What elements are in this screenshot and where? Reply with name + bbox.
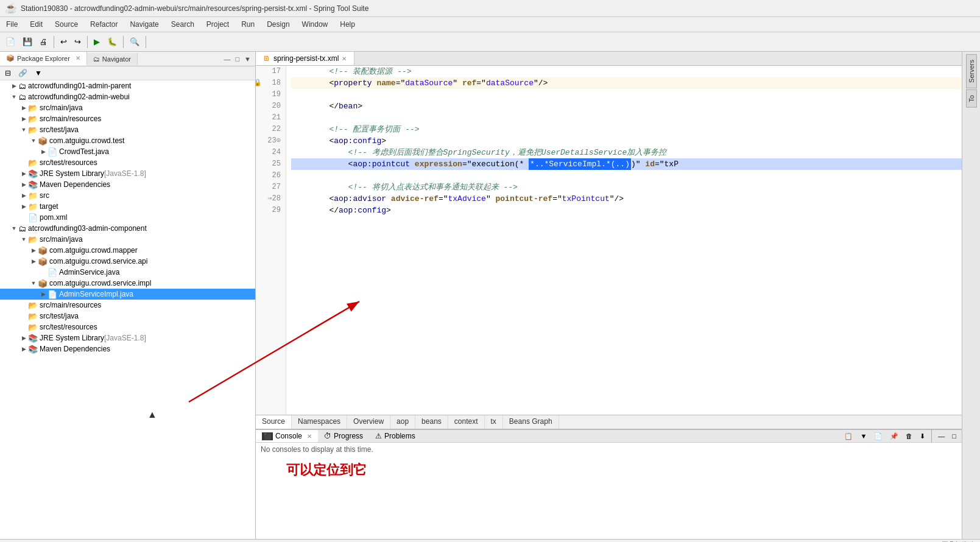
console-tab-problems[interactable]: ⚠ Problems bbox=[369, 430, 421, 442]
bottom-tab-source[interactable]: Source bbox=[256, 415, 292, 429]
tree-view[interactable]: ▶ 🗂 atcrowdfunding01-admin-parent ▼ 🗂 at… bbox=[0, 80, 255, 539]
menu-design[interactable]: Design bbox=[261, 18, 295, 30]
maximize-panel-btn[interactable]: □ bbox=[233, 55, 241, 63]
tree-item-src-test-resources[interactable]: 📂 src/test/resources bbox=[0, 157, 255, 168]
bottom-tab-beans-graph[interactable]: Beans Graph bbox=[503, 415, 559, 429]
menu-source[interactable]: Source bbox=[49, 18, 84, 30]
console-action-pin[interactable]: 📌 bbox=[887, 431, 901, 442]
tree-item-service-impl-pkg[interactable]: ▼ 📦 com.atguigu.crowd.service.impl bbox=[0, 278, 255, 289]
menu-run[interactable]: Run bbox=[235, 18, 261, 30]
bottom-tab-context[interactable]: context bbox=[448, 415, 485, 429]
console-tab-progress[interactable]: ⏱ Progress bbox=[318, 430, 369, 442]
sep1 bbox=[54, 36, 54, 48]
tree-item-comp-src-main-java[interactable]: ▼ 📂 src/main/java bbox=[0, 234, 255, 245]
menu-edit[interactable]: Edit bbox=[24, 18, 49, 30]
minimize-panel-btn[interactable]: — bbox=[222, 55, 232, 63]
tab-spring-persist-tx[interactable]: 🗎 spring-persist-tx.xml ✕ bbox=[256, 52, 354, 65]
debug-btn[interactable]: 🐛 bbox=[104, 35, 120, 48]
code-content[interactable]: <!-- 装配数据源 --> <property name="dataSourc… bbox=[286, 66, 962, 415]
print-btn[interactable]: 🖨 bbox=[37, 35, 51, 48]
servers-tab[interactable]: Servers bbox=[966, 54, 977, 88]
tree-item-project2[interactable]: ▼ 🗂 atcrowdfunding02-admin-webui bbox=[0, 91, 255, 102]
menu-help[interactable]: Help bbox=[334, 18, 361, 30]
line-num-24: 24 bbox=[261, 147, 281, 158]
run-btn[interactable]: ▶ bbox=[91, 35, 103, 48]
line-num-25: 25 bbox=[261, 158, 281, 170]
code-line-27: <!-- 将切入点表达式和事务通知关联起来 --> bbox=[291, 181, 962, 193]
search-toolbar-btn[interactable]: 🔍 bbox=[127, 35, 143, 48]
tree-item-src[interactable]: ▶ 📁 src bbox=[0, 190, 255, 201]
to-tab[interactable]: To bbox=[966, 90, 977, 108]
bottom-tab-aop[interactable]: aop bbox=[390, 415, 415, 429]
tree-item-mapper-pkg[interactable]: ▶ 📦 com.atguigu.crowd.mapper bbox=[0, 245, 255, 256]
tab-package-explorer-close[interactable]: ✕ bbox=[76, 55, 80, 62]
code-line-29: </aop:config> bbox=[291, 205, 962, 216]
tree-item-service-api-pkg[interactable]: ▶ 📦 com.atguigu.crowd.service.api bbox=[0, 256, 255, 267]
tree-item-project1[interactable]: ▶ 🗂 atcrowdfunding01-admin-parent bbox=[0, 80, 255, 91]
console-action-2[interactable]: ▼ bbox=[857, 431, 870, 442]
jre-lib-version: [JavaSE-1.8] bbox=[104, 169, 146, 178]
jre-lib-label: JRE System Library bbox=[40, 169, 104, 178]
console-tab-close[interactable]: ✕ bbox=[307, 433, 312, 440]
editor-tab-close-btn[interactable]: ✕ bbox=[342, 55, 347, 62]
menu-refactor[interactable]: Refactor bbox=[84, 18, 124, 30]
tree-item-src-main-resources[interactable]: ▶ 📂 src/main/resources bbox=[0, 113, 255, 124]
bottom-tab-overview[interactable]: Overview bbox=[347, 415, 390, 429]
console-minimize[interactable]: — bbox=[935, 431, 948, 442]
target-icon: 📁 bbox=[28, 202, 38, 211]
redo-btn[interactable]: ↪ bbox=[71, 35, 84, 48]
tree-item-crowd-test-pkg[interactable]: ▼ 📦 com.atguigu.crowd.test bbox=[0, 135, 255, 146]
line-num-22: 22 bbox=[261, 124, 281, 135]
view-menu-btn[interactable]: ▼ bbox=[242, 55, 253, 63]
tree-item-comp-src-test-resources[interactable]: 📂 src/test/resources bbox=[0, 322, 255, 333]
menu-navigate[interactable]: Navigate bbox=[124, 18, 164, 30]
tree-item-jre-lib[interactable]: ▶ 📚 JRE System Library [JavaSE-1.8] bbox=[0, 168, 255, 179]
text-20: </ bbox=[291, 100, 339, 112]
console-tab-console[interactable]: ⬛ Console ✕ bbox=[256, 430, 318, 442]
new-btn[interactable]: 📄 bbox=[2, 35, 18, 48]
undo-btn[interactable]: ↩ bbox=[57, 35, 70, 48]
menu-file[interactable]: File bbox=[0, 18, 24, 30]
link-editor-btn[interactable]: 🔗 bbox=[16, 68, 30, 79]
tree-item-adminserviceimpl-java[interactable]: ▶ 📄 AdminServiceImpl.java bbox=[0, 289, 255, 300]
xml-file-icon: 🗎 bbox=[263, 54, 270, 63]
tree-item-comp-jre-lib[interactable]: ▶ 📚 JRE System Library [JavaSE-1.8] bbox=[0, 333, 255, 343]
package-explorer-icon: 📦 bbox=[6, 54, 15, 62]
tab-navigator[interactable]: 🗂 Navigator bbox=[87, 53, 138, 65]
tree-toolbar: ⊟ 🔗 ▼ bbox=[0, 66, 255, 80]
console-action-3[interactable]: 📄 bbox=[871, 431, 886, 442]
menu-window[interactable]: Window bbox=[296, 18, 334, 30]
console-sep bbox=[931, 430, 932, 442]
tree-item-target[interactable]: ▶ 📁 target bbox=[0, 201, 255, 212]
menu-project[interactable]: Project bbox=[200, 18, 235, 30]
tree-item-maven-deps[interactable]: ▶ 📚 Maven Dependencies bbox=[0, 179, 255, 190]
console-action-scroll[interactable]: ⬇ bbox=[917, 431, 928, 442]
console-panel: ⬛ Console ✕ ⏱ Progress ⚠ Problems 📋 ▼ bbox=[256, 429, 962, 539]
tag-23: aop:config bbox=[334, 135, 381, 147]
code-editor[interactable]: 17 🔒18 19 20 21 22 23⊙ 24 25 26 27 ⇒28 bbox=[256, 66, 962, 415]
bottom-tab-beans[interactable]: beans bbox=[415, 415, 448, 429]
tree-item-project3[interactable]: ▼ 🗂 atcrowdfunding03-admin-component bbox=[0, 223, 255, 234]
collapse-all-btn[interactable]: ⊟ bbox=[2, 68, 13, 79]
tree-item-comp-maven-deps[interactable]: ▶ 📚 Maven Dependencies bbox=[0, 343, 255, 354]
bottom-tab-tx[interactable]: tx bbox=[485, 415, 503, 429]
bottom-tab-namespaces[interactable]: Namespaces bbox=[292, 415, 347, 429]
tree-item-comp-src-test-java[interactable]: 📂 src/test/java bbox=[0, 311, 255, 322]
save-btn[interactable]: 💾 bbox=[19, 35, 35, 48]
line-num-17: 17 bbox=[261, 66, 281, 77]
line-num-23: 23⊙ bbox=[261, 135, 281, 147]
tree-item-src-test-java[interactable]: ▼ 📂 src/test/java bbox=[0, 124, 255, 135]
tree-item-comp-src-main-resources[interactable]: 📂 src/main/resources bbox=[0, 300, 255, 311]
src-test-java-label: src/test/java bbox=[40, 125, 79, 134]
tree-item-pom[interactable]: 📄 pom.xml bbox=[0, 212, 255, 223]
tree-menu-btn[interactable]: ▼ bbox=[32, 68, 44, 79]
tree-item-src-main-java[interactable]: ▶ 📂 src/main/java bbox=[0, 102, 255, 113]
tab-package-explorer[interactable]: 📦 Package Explorer ✕ bbox=[0, 52, 87, 66]
comp-jre-icon: 📚 bbox=[28, 334, 38, 343]
console-action-1[interactable]: 📋 bbox=[841, 431, 856, 442]
console-maximize[interactable]: □ bbox=[949, 431, 959, 442]
tree-item-crowdtest-java[interactable]: ▶ 📄 CrowdTest.java bbox=[0, 146, 255, 157]
menu-search[interactable]: Search bbox=[165, 18, 200, 30]
tree-item-adminservice-java[interactable]: 📄 AdminService.java bbox=[0, 267, 255, 278]
console-action-clear[interactable]: 🗑 bbox=[903, 431, 915, 442]
